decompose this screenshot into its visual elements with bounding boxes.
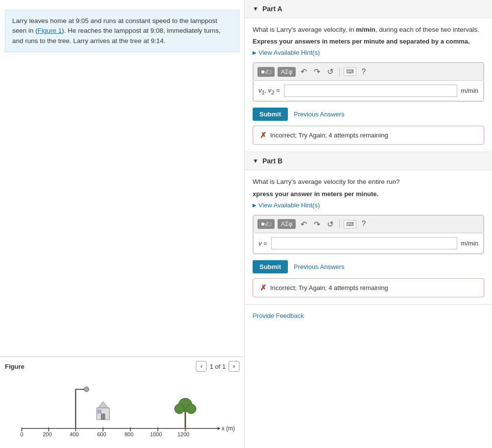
figure-link[interactable]: Figure 1 bbox=[38, 27, 62, 34]
part-a-toolbar-reset-btn[interactable]: ↺ bbox=[325, 66, 335, 77]
figure-prev-button[interactable]: ‹ bbox=[196, 361, 207, 372]
part-b-answer-box: ■√□ ΑΣφ ↶ ↷ ↺ ⌨ ? v = m/min bbox=[253, 215, 484, 254]
part-a-content: What is Larry's average velocity, in m/m… bbox=[245, 18, 492, 152]
part-b-toolbar-reset-btn[interactable]: ↺ bbox=[325, 219, 335, 230]
part-a-error-box: ✗ Incorrect; Try Again; 4 attempts remai… bbox=[253, 126, 484, 145]
figure-section: Figure ‹ 1 of 1 › x (m) 0 bbox=[0, 357, 244, 448]
part-a-header: ▼ Part A bbox=[245, 0, 492, 18]
figure-title: Figure bbox=[5, 363, 24, 370]
svg-text:200: 200 bbox=[43, 431, 52, 437]
part-b-content: What is Larry's average velocity for the… bbox=[245, 170, 492, 304]
svg-text:1000: 1000 bbox=[150, 431, 162, 437]
left-panel: Larry leaves home at 9:05 and runs at co… bbox=[0, 0, 245, 448]
part-b-label: Part B bbox=[262, 157, 282, 165]
part-b-toolbar: ■√□ ΑΣφ ↶ ↷ ↺ ⌨ ? bbox=[253, 215, 484, 233]
part-b-previous-answers-link[interactable]: Previous Answers bbox=[294, 263, 344, 270]
part-a-toolbar-symbol-btn[interactable]: ΑΣφ bbox=[278, 67, 296, 77]
part-b-collapse-arrow[interactable]: ▼ bbox=[253, 157, 258, 164]
part-a-hint-link[interactable]: View Available Hint(s) bbox=[253, 49, 484, 56]
provide-feedback-link[interactable]: Provide Feedback bbox=[253, 312, 304, 319]
figure-next-button[interactable]: › bbox=[229, 361, 239, 372]
part-b-toolbar-redo-btn[interactable]: ↷ bbox=[312, 219, 322, 230]
part-a-instruction: Express your answers in meters per minut… bbox=[253, 38, 484, 45]
svg-point-27 bbox=[187, 404, 196, 414]
part-b-submit-row: Submit Previous Answers bbox=[253, 260, 484, 273]
figure-svg: x (m) 0 200 400 600 800 1000 bbox=[5, 375, 239, 443]
part-b-toolbar-symbol-btn[interactable]: ΑΣφ bbox=[278, 219, 296, 229]
part-b-toolbar-keyboard-btn[interactable]: ⌨ bbox=[344, 220, 356, 228]
part-a-input[interactable] bbox=[284, 85, 457, 97]
svg-marker-1 bbox=[218, 427, 221, 430]
part-b-hint-link[interactable]: View Available Hint(s) bbox=[253, 202, 484, 209]
part-a-error-icon: ✗ bbox=[260, 131, 266, 140]
part-a-section: ▼ Part A What is Larry's average velocit… bbox=[245, 0, 492, 152]
problem-text: Larry leaves home at 9:05 and runs at co… bbox=[12, 17, 220, 45]
part-a-toolbar-keyboard-btn[interactable]: ⌨ bbox=[344, 67, 356, 76]
svg-rect-22 bbox=[101, 414, 105, 420]
part-b-error-message: Incorrect; Try Again; 4 attempts remaini… bbox=[270, 284, 388, 291]
part-b-section: ▼ Part B What is Larry's average velocit… bbox=[245, 152, 492, 304]
part-a-input-row: v1, v2 = m/min bbox=[253, 81, 484, 101]
part-a-submit-button[interactable]: Submit bbox=[253, 108, 288, 121]
part-a-toolbar-sqrt-btn[interactable]: ■√□ bbox=[258, 67, 275, 77]
part-a-toolbar: ■√□ ΑΣφ ↶ ↷ ↺ ⌨ ? bbox=[253, 63, 484, 81]
part-b-header: ▼ Part B bbox=[245, 152, 492, 170]
svg-text:600: 600 bbox=[97, 431, 106, 437]
part-a-toolbar-undo-btn[interactable]: ↶ bbox=[299, 66, 309, 77]
part-b-toolbar-sqrt-btn[interactable]: ■√□ bbox=[258, 219, 275, 229]
part-b-error-box: ✗ Incorrect; Try Again; 4 attempts remai… bbox=[253, 278, 484, 297]
part-a-answer-box: ■√□ ΑΣφ ↶ ↷ ↺ ⌨ ? v1, v2 = m/min bbox=[253, 62, 484, 102]
part-b-toolbar-undo-btn[interactable]: ↶ bbox=[299, 219, 309, 230]
feedback-section: Provide Feedback bbox=[245, 305, 492, 326]
part-b-error-icon: ✗ bbox=[260, 283, 266, 292]
figure-nav: ‹ 1 of 1 › bbox=[196, 361, 239, 372]
part-a-previous-answers-link[interactable]: Previous Answers bbox=[294, 111, 344, 118]
part-a-toolbar-divider bbox=[339, 67, 340, 76]
svg-text:400: 400 bbox=[70, 431, 79, 437]
part-a-unit: m/min bbox=[461, 87, 478, 94]
svg-text:1200: 1200 bbox=[178, 431, 189, 437]
svg-text:800: 800 bbox=[125, 431, 134, 437]
part-b-input-label: v = bbox=[258, 240, 267, 247]
part-b-question: What is Larry's average velocity for the… bbox=[253, 177, 484, 187]
part-b-unit: m/min bbox=[461, 240, 478, 247]
svg-text:0: 0 bbox=[21, 431, 23, 437]
part-b-input[interactable] bbox=[271, 237, 457, 249]
part-a-error-message: Incorrect; Try Again; 4 attempts remaini… bbox=[270, 132, 388, 139]
svg-point-26 bbox=[175, 404, 185, 414]
svg-rect-23 bbox=[98, 410, 101, 413]
part-b-toolbar-help-btn[interactable]: ? bbox=[359, 219, 368, 229]
part-a-input-label: v1, v2 = bbox=[258, 87, 280, 95]
part-b-input-row: v = m/min bbox=[253, 233, 484, 254]
part-b-toolbar-divider bbox=[339, 220, 340, 228]
figure-header: Figure ‹ 1 of 1 › bbox=[5, 361, 239, 372]
figure-page: 1 of 1 bbox=[210, 363, 226, 370]
part-a-toolbar-help-btn[interactable]: ? bbox=[359, 67, 368, 77]
svg-point-19 bbox=[84, 387, 89, 392]
part-a-toolbar-redo-btn[interactable]: ↷ bbox=[312, 66, 322, 77]
part-a-collapse-arrow[interactable]: ▼ bbox=[253, 5, 258, 12]
part-a-label: Part A bbox=[262, 5, 282, 13]
right-panel: ▼ Part A What is Larry's average velocit… bbox=[245, 0, 492, 448]
part-b-instruction: xpress your answer in meters per minute. bbox=[253, 190, 484, 198]
part-a-submit-row: Submit Previous Answers bbox=[253, 108, 484, 121]
problem-text-box: Larry leaves home at 9:05 and runs at co… bbox=[5, 10, 239, 52]
svg-text:x (m): x (m) bbox=[222, 425, 235, 432]
svg-marker-20 bbox=[98, 402, 108, 408]
part-b-submit-button[interactable]: Submit bbox=[253, 260, 288, 273]
part-a-question: What is Larry's average velocity, in m/m… bbox=[253, 25, 484, 35]
figure-canvas: x (m) 0 200 400 600 800 1000 bbox=[5, 375, 239, 448]
